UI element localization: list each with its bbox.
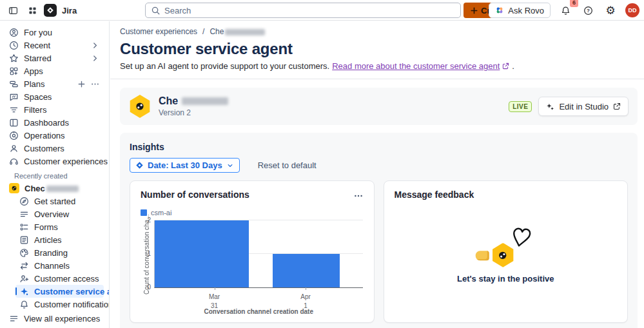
ask-rovo-button[interactable]: Ask Rovo [489,3,551,18]
sidebar-item-forms[interactable]: Forms [15,220,104,233]
sidebar-item-articles[interactable]: Articles [15,233,104,246]
feedback-empty-state: Let's stay in the positive [457,229,554,284]
sidebar-item-label: Customer notifications [34,300,110,309]
notifications-button[interactable]: 6 [558,3,573,18]
ask-rovo-label: Ask Rovo [508,6,544,15]
x-axis-title: Conversation channel creation date [155,308,363,315]
plus-icon[interactable] [77,79,86,89]
project-name-prefix: Chec [24,184,45,193]
agent-hexagon-icon [491,243,514,267]
sidebar-item-label: Apps [24,66,43,76]
bell-icon [19,300,29,309]
reset-to-default-button[interactable]: Reset to default [258,160,317,170]
read-more-link[interactable]: Read more about the customer service age… [332,61,500,71]
conversations-chart-card: Number of conversations csm-ai Count of … [130,180,375,323]
sidebar-item-operations[interactable]: Operations [5,129,104,142]
jira-logo[interactable] [44,4,57,17]
sidebar-item-label: Branding [34,248,68,258]
x-tick-label: Apr1 [300,293,311,311]
sidebar-item-customers[interactable]: Customers [5,142,104,155]
divider [110,79,644,79]
forms-icon [19,222,29,232]
sidebar-item-label: Customer experiences [24,157,108,166]
clock-icon [9,41,19,50]
user-avatar[interactable]: DD [625,3,639,17]
help-button[interactable]: ? [580,3,596,18]
sidebar-project-item[interactable]: Chec [5,182,104,195]
lines-icon [19,209,29,219]
sidebar-item-overview[interactable]: Overview [15,207,104,220]
collapse-sidebar-button[interactable] [5,3,21,18]
heart-doodle-icon [509,224,535,250]
edit-in-studio-button[interactable]: Edit in Studio [538,97,629,116]
list-icon [9,314,19,323]
sparkle-icon [19,287,29,296]
sidebar-item-for-you[interactable]: For you [5,26,104,39]
sidebar-item-starred[interactable]: Starred [5,52,104,64]
external-link-icon [502,63,509,70]
dashboard-icon [9,118,19,128]
spaces-icon [9,92,19,102]
sidebar-item-spaces[interactable]: Spaces [5,90,104,103]
chart-bar [273,254,340,287]
swap-arrows-icon [19,261,29,271]
sidebar-item-label: Channels [34,261,70,271]
sidebar-item-plans[interactable]: Plans [5,77,104,90]
sidebar-item-customer-access[interactable]: Customer access [15,272,104,285]
search-input[interactable] [164,6,455,15]
top-navigation-bar: Jira Create Ask Rovo 6 ? ⚙ D [0,0,644,21]
sidebar-item-label: Spaces [24,92,52,102]
star-icon [9,53,19,63]
sidebar-item-customer-service-agent[interactable]: Customer service agent [15,285,104,298]
sidebar-item-recent[interactable]: Recent [5,39,104,52]
sidebar-item-channels[interactable]: Channels [15,259,104,272]
sidebar-item-branding[interactable]: Branding [15,246,104,259]
sidebar-item-get-started[interactable]: Get started [15,195,104,207]
breadcrumb-current[interactable]: Che [210,27,265,36]
external-link-icon [613,102,621,110]
chart-plot: Count of conversation cha... Conversatio… [154,220,363,288]
page-description: Set up an AI agent to provide support to… [120,61,638,71]
jira-app: Jira Create Ask Rovo 6 ? ⚙ D [0,0,644,328]
breadcrumb-separator: / [202,27,204,36]
sidebar-item-label: Dashboards [24,118,69,128]
sidebar-item-label: For you [24,28,52,37]
bell-icon [561,6,571,15]
breadcrumb-root[interactable]: Customer experiences [120,27,197,36]
more-options-icon[interactable] [90,79,100,89]
filter-icon [9,105,19,115]
apps-grid-icon [9,66,19,76]
app-switcher-button[interactable] [24,3,40,18]
date-filter-button[interactable]: Date: Last 30 Days [130,158,240,173]
chart-legend: csm-ai [141,209,364,217]
rovo-icon [495,6,504,15]
sidebar-item-apps[interactable]: Apps [5,64,104,77]
sidebar-item-filters[interactable]: Filters [5,103,104,116]
sidebar-item-dashboards[interactable]: Dashboards [5,116,104,129]
sidebar-item-view-all-experiences[interactable]: View all experiences [5,312,104,325]
timeline-icon [9,79,19,89]
studio-sparkle-icon [546,102,554,111]
sidebar-item-label: Customers [24,144,64,153]
headset-icon [9,157,19,166]
settings-button[interactable]: ⚙ [603,3,618,18]
sidebar-item-label: Overview [34,209,69,219]
person-icon [9,144,19,153]
compass-icon [19,197,29,206]
description-text: Set up an AI agent to provide support to… [120,61,329,71]
chevron-down-icon [226,162,234,169]
project-icon [9,183,19,193]
sidebar-item-label: View all experiences [24,314,100,323]
sidebar-item-label: Operations [24,131,65,140]
insights-controls: Date: Last 30 Days Reset to default [130,158,628,173]
card-menu-button[interactable] [353,191,364,204]
redacted-agent-name [182,97,228,105]
sidebar-item-label: Articles [34,235,62,245]
insights-cards: Number of conversations csm-ai Count of … [130,180,628,323]
global-search[interactable] [145,3,461,18]
agent-name: Che [159,95,178,107]
sidebar-item-customer-notifications[interactable]: Customer notifications [15,298,104,311]
sidebar-item-customer-experiences[interactable]: Customer experiences [5,155,104,168]
app-name: Jira [62,6,77,15]
app-switcher-icon [28,6,37,15]
